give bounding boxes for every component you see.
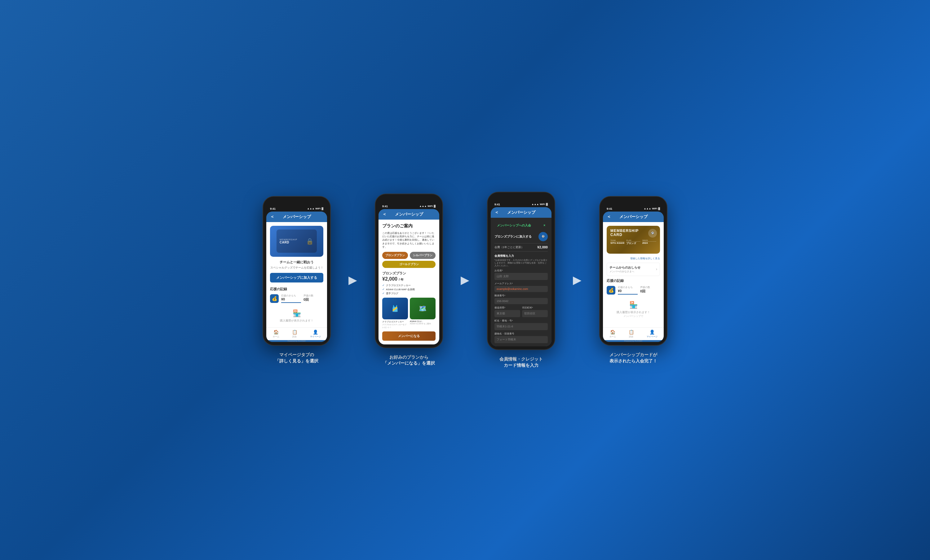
mypage-icon-1: 👤: [313, 330, 318, 334]
screen-body-2: プランのご案内 この度は応援をありがとうございます！！いただいた応援のお気持ちを…: [379, 219, 439, 344]
match-icon-1: 📋: [292, 330, 297, 334]
phone-notch-3: [509, 195, 534, 202]
caption-3-line1: 会員情報・クレジット: [499, 356, 543, 362]
mc-team-cell: TEAM SITU ASAHI: [610, 239, 624, 245]
back-arrow-3[interactable]: ＜: [494, 210, 499, 215]
record-icon-4: 💰: [607, 286, 615, 295]
mc-logo-4: ⚽: [648, 229, 657, 238]
nav-mypage-1[interactable]: 👤 マイページ: [310, 330, 321, 338]
address-label-3: 町名・番地・号*: [494, 319, 548, 322]
record-item-support-4: 応援のきもち ¥0: [618, 285, 637, 295]
zip-input-3[interactable]: 156-0042: [494, 298, 548, 304]
goods-sublabel-1: クラブのロゴステッカーをプレゼント！: [382, 323, 408, 329]
mc-plan-label: PLAN: [626, 239, 640, 242]
status-bar-4: 9:41 ▲▲▲ WiFi ▓: [603, 207, 664, 212]
phone-notch-4: [621, 200, 646, 206]
nav-mypage-4[interactable]: 👤 マイページ: [647, 330, 657, 338]
history-area-4: 🏪 購入履歴が表示されます！ メンバーシップで: [607, 301, 660, 318]
screen-header-1: ＜ メンバーシップ: [266, 212, 327, 222]
wifi-icon-1: WiFi: [315, 207, 320, 210]
city-label-3: 市区町村*: [522, 306, 548, 310]
phone-1-container: 9:41 ▲▲▲ WiFi ▓ ＜ メンバーシップ MEMBERSHIP: [248, 196, 345, 364]
check-3: ✓: [382, 292, 385, 295]
status-time-2: 9:41: [382, 205, 388, 208]
back-arrow-4[interactable]: ＜: [607, 214, 611, 219]
record-item-cheer-1: 声援の数 0回: [303, 294, 323, 303]
news-chevron-4[interactable]: ›: [656, 267, 657, 272]
history-label-4: 購入履歴が表示されます！: [607, 310, 660, 315]
screen-body-1: MEMBERSHIP CARD 🔒 チームと一緒に戦おう スペシャルグッズでチー…: [266, 222, 327, 327]
bottom-nav-1: 🏠 ホーム 📋 試合 👤 マイページ: [266, 327, 327, 340]
plan-desc-2: この度は応援をありがとうございます！！いただいた応援のお気持ちを力に、チームは前…: [382, 232, 436, 249]
news-title-4: チームからのおしらせ: [610, 265, 641, 270]
name-input-3[interactable]: 山田 太郎: [494, 273, 548, 280]
nav-home-label-4: ホーム: [610, 335, 616, 338]
screen-header-4: ＜ メンバーシップ: [603, 212, 664, 222]
caption-2: お好みのプランから 「メンバーになる」を選択: [383, 354, 435, 367]
form-note-3: *は必須項目です。入力された住所にグッズなどお送りしますので、商物のお受取りが可…: [494, 259, 548, 267]
pref-input-3[interactable]: 東京都: [494, 310, 520, 317]
screen-title-3: メンバーシップ: [507, 210, 535, 215]
nav-match-1[interactable]: 📋 試合: [292, 330, 297, 338]
record-icon-1: 💰: [270, 294, 279, 303]
wifi-icon-2: WiFi: [428, 205, 433, 207]
check-2: ✓: [382, 288, 385, 291]
battery-icon-1: ▓: [322, 207, 323, 210]
mc-plan-value: ブロンズ: [626, 242, 640, 245]
selected-plan-name: ブロンズプラン: [382, 271, 436, 276]
status-icons-2: ▲▲▲ WiFi ▓: [419, 205, 436, 207]
record-row-4: 💰 応援のきもち ¥0 声援の数 0回: [607, 285, 660, 295]
status-icons-4: ▲▲▲ WiFi ▓: [644, 207, 660, 210]
name-label-3: お名前*: [494, 269, 548, 272]
email-label-3: メールアドレス*: [494, 282, 548, 285]
arrow-3: ▶: [570, 273, 585, 287]
phone-2-container: 9:41 ▲▲▲ WiFi ▓ ＜ メンバーシップ プランのご案内 この度は応援…: [360, 193, 457, 367]
nav-home-4[interactable]: 🏠 ホーム: [610, 330, 616, 338]
modal-close-3[interactable]: ×: [544, 224, 545, 227]
status-bar-1: 9:41 ▲▲▲ WiFi ▓: [266, 207, 327, 212]
phone-2-screen: ＜ メンバーシップ プランのご案内 この度は応援をありがとうございます！！いただ…: [379, 209, 439, 344]
goods-item-2: 🗺️ ASAHI CLU... ASAHI CLUB M をご案内: [410, 298, 436, 329]
nav-home-1[interactable]: 🏠 ホーム: [273, 330, 279, 338]
cheer-label-4: 声援の数: [640, 285, 660, 289]
screen-title-4: メンバーシップ: [619, 214, 648, 219]
status-time-3: 9:41: [494, 203, 500, 206]
building-input-3[interactable]: フォート羽根木: [494, 336, 548, 343]
phone-4-screen: ＜ メンバーシップ ⚽ MEMBERSHIP CARD TEAM: [603, 212, 664, 342]
email-input-3[interactable]: example@ookaminc.com: [494, 286, 548, 292]
screen-header-2: ＜ メンバーシップ: [379, 209, 439, 219]
status-bar-3: 9:41 ▲▲▲ WiFi ▓: [491, 203, 551, 207]
caption-2-line2: 「メンバーになる」を選択: [383, 360, 435, 367]
check-1: ✓: [382, 284, 385, 287]
fee-row-3: 会費（1年ごとに更新） ¥2,000: [494, 244, 548, 252]
phone-3-frame: 9:41 ▲▲▲ WiFi ▓ ＜ メンバーシップ メンバーシップへの入会 ×: [487, 192, 555, 350]
back-arrow-2[interactable]: ＜: [382, 212, 386, 217]
nav-mypage-label-4: マイページ: [647, 335, 657, 338]
caption-4: メンバーシップカードが 表示されたら入会完了！: [610, 352, 657, 364]
benefit-3: ✓ 選手ブログ: [382, 292, 436, 295]
dark-screen-3: メンバーシップへの入会 × ブロンズプランに加入する ⚽ 会費（1年ごとに更新）…: [491, 218, 551, 346]
detail-link-4[interactable]: 登録した情報を詳しく見る: [607, 257, 660, 260]
screen-body-4: ⚽ MEMBERSHIP CARD TEAM SITU ASAHI PLAN: [603, 222, 664, 327]
bronze-plan-btn[interactable]: ブロンズプラン: [382, 252, 408, 259]
lock-icon-1: 🔒: [306, 238, 314, 245]
phone-4-container: 9:41 ▲▲▲ WiFi ▓ ＜ メンバーシップ ⚽ ME: [585, 196, 682, 364]
status-time-1: 9:41: [270, 207, 276, 210]
gold-plan-btn[interactable]: ゴールドプラン: [382, 261, 436, 268]
hero-subtitle-1: スペシャルグッズでチームを応援しよう！: [270, 266, 323, 270]
back-arrow-1[interactable]: ＜: [270, 214, 274, 219]
silver-plan-btn[interactable]: シルバープラン: [410, 252, 436, 259]
city-input-3[interactable]: 世田谷区: [522, 310, 548, 317]
join-button-1[interactable]: メンバーシップに加入する: [270, 273, 323, 282]
plan-title-2: プランのご案内: [382, 223, 436, 229]
mc-since-value: 2024: [642, 242, 656, 244]
support-value-1: ¥0: [281, 297, 301, 301]
mc-since-cell: SINCE 2024: [642, 239, 656, 245]
phone-4-frame: 9:41 ▲▲▲ WiFi ▓ ＜ メンバーシップ ⚽ ME: [599, 196, 667, 346]
record-title-4: 応援の記録: [607, 278, 660, 283]
nav-match-4[interactable]: 📋 試合: [629, 330, 634, 338]
support-label-4: 応援のきもち: [618, 285, 637, 289]
pref-city-row-3: 都道府県* 東京都 市区町村* 世田谷区: [494, 304, 548, 317]
member-button-2[interactable]: メンバーになる: [382, 331, 436, 341]
address-input-3[interactable]: 羽根木1-21-8: [494, 323, 548, 330]
